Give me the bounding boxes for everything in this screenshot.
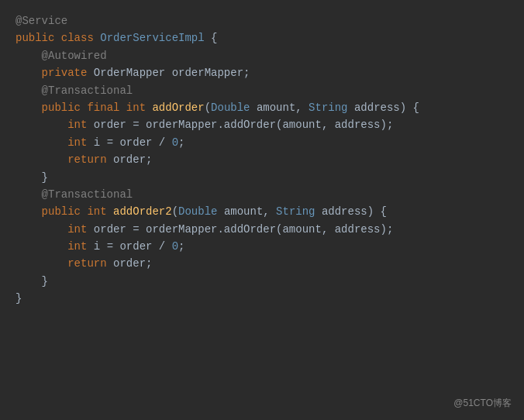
code-token: public bbox=[16, 32, 61, 44]
code-line: @Service bbox=[16, 12, 508, 29]
code-token: ( bbox=[172, 205, 178, 218]
code-token bbox=[16, 240, 67, 253]
code-token: addOrder2 bbox=[113, 205, 172, 218]
code-token: @Autowired bbox=[16, 50, 107, 62]
code-token: @Transactional bbox=[16, 188, 133, 201]
code-token: ; bbox=[178, 240, 184, 253]
code-line: @Transactional bbox=[16, 82, 508, 99]
code-token bbox=[16, 136, 67, 149]
code-token: 0 bbox=[172, 240, 178, 253]
code-line: } bbox=[16, 290, 508, 307]
code-token: { bbox=[211, 32, 217, 44]
code-line: @Transactional bbox=[16, 186, 508, 203]
code-token: } bbox=[16, 275, 48, 287]
code-token: return bbox=[67, 153, 113, 166]
code-token: addOrder bbox=[152, 102, 204, 114]
code-token: i = order / bbox=[94, 136, 172, 149]
code-token: ( bbox=[205, 102, 211, 114]
code-token: OrderServiceImpl bbox=[100, 32, 211, 44]
code-line: int order = orderMapper.addOrder(amount,… bbox=[16, 221, 508, 238]
code-token: OrderMapper orderMapper; bbox=[94, 67, 250, 79]
code-line: public final int addOrder(Double amount,… bbox=[16, 99, 508, 116]
code-token: } bbox=[16, 171, 48, 184]
code-token: order = orderMapper.addOrder(amount, add… bbox=[94, 223, 393, 236]
code-line: int i = order / 0; bbox=[16, 134, 508, 151]
code-token: int bbox=[67, 240, 94, 253]
code-token: String bbox=[276, 205, 322, 218]
code-token: Double bbox=[211, 102, 257, 114]
code-token: int bbox=[67, 119, 94, 131]
code-line: public int addOrder2(Double amount, Stri… bbox=[16, 203, 508, 220]
code-line: return order; bbox=[16, 255, 508, 272]
code-token: Double bbox=[178, 205, 224, 218]
code-token: ; bbox=[178, 136, 184, 149]
code-line: } bbox=[16, 169, 508, 186]
code-token: amount, bbox=[224, 205, 276, 218]
code-token: address) { bbox=[354, 102, 419, 114]
code-line: private OrderMapper orderMapper; bbox=[16, 64, 508, 81]
code-token bbox=[16, 223, 67, 236]
code-token: String bbox=[309, 102, 354, 114]
code-token: final bbox=[87, 102, 126, 114]
code-token: public bbox=[42, 102, 88, 114]
code-token: private bbox=[42, 67, 94, 79]
code-token: int bbox=[87, 205, 113, 218]
code-token bbox=[16, 67, 42, 79]
code-token: amount, bbox=[257, 102, 309, 114]
code-token: public bbox=[42, 205, 88, 218]
code-token bbox=[16, 119, 67, 131]
watermark: @51CTO博客 bbox=[453, 396, 512, 411]
code-line: public class OrderServiceImpl { bbox=[16, 29, 508, 46]
code-line: return order; bbox=[16, 151, 508, 168]
code-token: @Service bbox=[16, 15, 67, 27]
code-token bbox=[16, 205, 42, 218]
code-token: order = orderMapper.addOrder(amount, add… bbox=[94, 119, 393, 131]
code-token: int bbox=[67, 223, 94, 236]
code-token: order; bbox=[113, 153, 152, 166]
code-token: order; bbox=[113, 257, 152, 270]
code-token: int bbox=[126, 102, 153, 114]
code-line: int i = order / 0; bbox=[16, 238, 508, 255]
code-token: } bbox=[16, 292, 22, 305]
code-editor: @Servicepublic class OrderServiceImpl { … bbox=[0, 0, 524, 420]
code-token: return bbox=[67, 257, 113, 270]
code-token: 0 bbox=[172, 136, 178, 149]
code-line: int order = orderMapper.addOrder(amount,… bbox=[16, 116, 508, 133]
code-token bbox=[16, 153, 67, 166]
code-line: @Autowired bbox=[16, 47, 508, 64]
code-token: @Transactional bbox=[16, 84, 133, 97]
code-token: class bbox=[61, 32, 100, 44]
code-token: address) { bbox=[322, 205, 387, 218]
code-token: i = order / bbox=[94, 240, 172, 253]
code-token: int bbox=[67, 136, 94, 149]
code-block: @Servicepublic class OrderServiceImpl { … bbox=[16, 12, 508, 308]
code-line: } bbox=[16, 273, 508, 290]
code-token bbox=[16, 257, 67, 270]
code-token bbox=[16, 102, 42, 114]
